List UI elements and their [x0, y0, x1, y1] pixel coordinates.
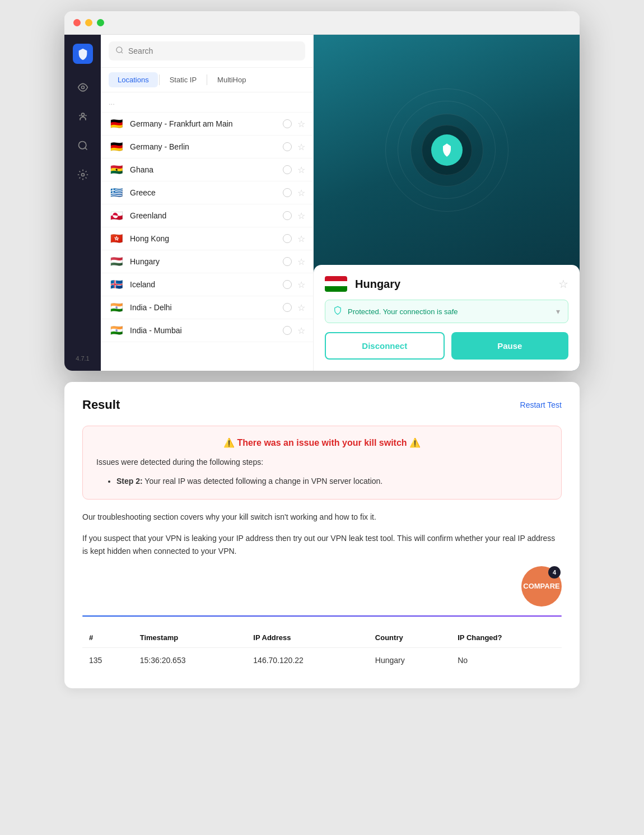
list-item[interactable]: 🇬🇱 Greenland ☆: [101, 204, 313, 227]
issue-intro: Issues were detected during the followin…: [96, 456, 548, 468]
step-detail: Your real IP was detected following a ch…: [144, 477, 382, 486]
maximize-button[interactable]: [97, 19, 104, 26]
list-item[interactable]: 🇬🇷 Greece ☆: [101, 181, 313, 204]
cell-changed: No: [451, 648, 562, 673]
favorite-star-icon[interactable]: ☆: [297, 234, 305, 244]
svg-point-3: [81, 174, 84, 176]
tab-multihop[interactable]: MultiHop: [208, 72, 255, 87]
data-table: # Timestamp IP Address Country IP Change…: [82, 628, 562, 673]
mac-window: 4.7.1 Locations: [64, 11, 580, 371]
vpn-bottom: Hungary ☆ Protected. Your connection is …: [314, 265, 580, 371]
radio-button[interactable]: [283, 119, 292, 128]
list-item[interactable]: 🇩🇪 Germany - Frankfurt am Main ☆: [101, 113, 313, 136]
favorite-star-icon[interactable]: ☆: [297, 165, 305, 175]
sidebar: 4.7.1: [64, 35, 101, 371]
favorite-star-icon[interactable]: ☆: [297, 142, 305, 152]
table-row: 135 15:36:20.653 146.70.120.22 Hungary N…: [82, 648, 562, 673]
flag-india-mumbai: 🇮🇳: [109, 325, 124, 336]
location-name: Ghana: [130, 165, 277, 174]
flag-hong-kong: 🇭🇰: [109, 233, 124, 244]
tab-bar: Locations Static IP MultiHop: [101, 68, 313, 92]
flag-germany-frankfurt: 🇩🇪: [109, 118, 124, 129]
location-name: Hungary: [130, 257, 277, 266]
svg-point-1: [81, 113, 84, 116]
step-label: Step 2:: [116, 477, 143, 486]
list-item[interactable]: 🇭🇰 Hong Kong ☆: [101, 227, 313, 250]
restart-test-link[interactable]: Restart Test: [520, 400, 562, 409]
location-list: ... 🇩🇪 Germany - Frankfurt am Main ☆ 🇩🇪 …: [101, 92, 313, 371]
flag-green-stripe: [325, 286, 347, 292]
sidebar-icon-eye[interactable]: [73, 77, 93, 97]
result-section: Result Restart Test ⚠️ There was an issu…: [64, 382, 580, 688]
flag-india-delhi: 🇮🇳: [109, 302, 124, 313]
cell-timestamp: 15:36:20.653: [133, 648, 247, 673]
svg-point-4: [116, 47, 122, 53]
favorite-star-icon[interactable]: ☆: [297, 211, 305, 221]
search-icon: [115, 46, 124, 56]
radio-button[interactable]: [283, 165, 292, 174]
flag-greece: 🇬🇷: [109, 187, 124, 198]
close-button[interactable]: [73, 19, 81, 26]
radio-button[interactable]: [283, 303, 292, 312]
list-item[interactable]: 🇭🇺 Hungary ☆: [101, 250, 313, 273]
search-bar: [101, 35, 313, 68]
flag-greenland: 🇬🇱: [109, 210, 124, 221]
favorite-star-icon[interactable]: ☆: [297, 256, 305, 267]
cell-country: Hungary: [368, 648, 451, 673]
radio-button[interactable]: [283, 211, 292, 220]
flag-red-stripe: [325, 276, 347, 281]
location-name: Iceland: [130, 280, 277, 289]
favorite-star-icon[interactable]: ☆: [297, 302, 305, 313]
radio-button[interactable]: [283, 142, 292, 151]
location-name: Germany - Frankfurt am Main: [130, 119, 277, 128]
flag-white-stripe: [325, 281, 347, 286]
favorite-star-icon[interactable]: ☆: [297, 325, 305, 336]
favorite-star-icon[interactable]: ☆: [297, 188, 305, 198]
list-item[interactable]: 🇮🇳 India - Delhi ☆: [101, 296, 313, 319]
sidebar-icon-search[interactable]: [73, 136, 93, 156]
favorite-star-icon[interactable]: ☆: [297, 119, 305, 129]
search-input[interactable]: [128, 46, 298, 55]
list-item[interactable]: 🇮🇸 Iceland ☆: [101, 273, 313, 296]
vpn-visual: [314, 35, 580, 265]
action-buttons: Disconnect Pause: [325, 332, 568, 360]
country-favorite-icon[interactable]: ☆: [558, 277, 568, 291]
pause-button[interactable]: Pause: [451, 332, 569, 360]
location-name: Germany - Berlin: [130, 142, 277, 151]
issue-box: ⚠️ There was an issue with your kill swi…: [82, 426, 562, 500]
list-item[interactable]: 🇬🇭 Ghana ☆: [101, 158, 313, 181]
radio-button[interactable]: [283, 326, 292, 335]
list-item[interactable]: 🇩🇪 Germany - Berlin ☆: [101, 136, 313, 158]
protected-bar[interactable]: Protected. Your connection is safe ▾: [325, 300, 568, 323]
disconnect-button[interactable]: Disconnect: [325, 332, 445, 360]
location-name: Greece: [130, 188, 277, 197]
radio-button[interactable]: [283, 280, 292, 289]
sidebar-icon-settings[interactable]: [73, 165, 93, 185]
minimize-button[interactable]: [85, 19, 92, 26]
result-title: Result: [82, 398, 120, 412]
tab-divider-2: [207, 74, 207, 85]
svg-point-2: [78, 142, 86, 149]
protected-text: Protected. Your connection is safe: [348, 307, 550, 316]
list-item[interactable]: 🇮🇳 India - Mumbai ☆: [101, 319, 313, 342]
radio-button[interactable]: [283, 188, 292, 197]
location-name: Hong Kong: [130, 234, 277, 243]
vpn-panel: Hungary ☆ Protected. Your connection is …: [314, 35, 580, 371]
favorite-star-icon[interactable]: ☆: [297, 279, 305, 290]
cell-num: 135: [82, 648, 133, 673]
connected-country: Hungary: [355, 278, 550, 291]
col-timestamp: Timestamp: [133, 628, 247, 648]
tab-static-ip[interactable]: Static IP: [161, 72, 206, 87]
compare-relative: 4 COMPARE: [521, 566, 562, 607]
svg-point-0: [81, 86, 84, 89]
table-header-row: # Timestamp IP Address Country IP Change…: [82, 628, 562, 648]
sidebar-icon-bug[interactable]: [73, 106, 93, 127]
chevron-down-icon: ▾: [556, 307, 560, 316]
col-num: #: [82, 628, 133, 648]
tab-locations[interactable]: Locations: [109, 72, 158, 87]
titlebar: [64, 11, 580, 35]
radio-button[interactable]: [283, 234, 292, 243]
col-ip: IP Address: [246, 628, 368, 648]
radio-button[interactable]: [283, 257, 292, 266]
location-name: India - Delhi: [130, 303, 277, 312]
